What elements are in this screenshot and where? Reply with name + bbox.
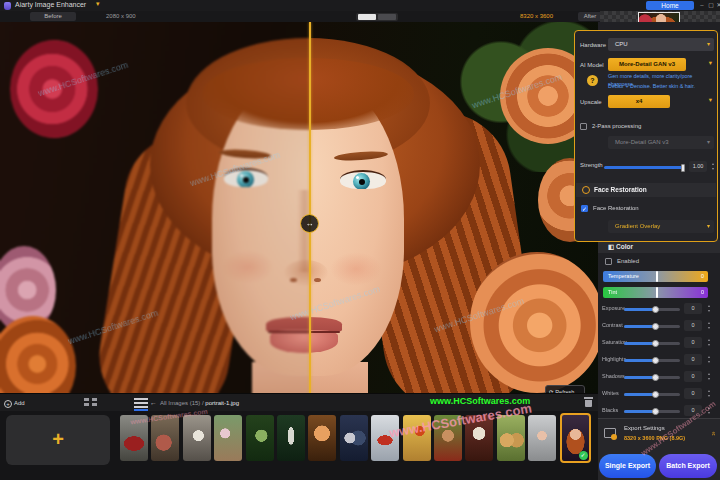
slider-handle[interactable] [652,357,659,364]
slider-track[interactable] [624,359,680,362]
chevron-down-icon: ▾ [707,38,710,51]
home-button[interactable]: Home [646,1,694,10]
chevron-down-icon[interactable]: ▾ [709,59,712,67]
slider-value[interactable]: 0 [684,354,702,365]
before-size: 2080 x 900 [106,12,136,21]
chevron-down-icon: ▾ [707,136,710,149]
help-icon[interactable]: ? [587,75,598,86]
before-label: Before [30,12,76,21]
slider-value[interactable]: 0 [684,303,702,314]
app-logo-icon [4,2,11,10]
thumbnail-6[interactable] [277,415,305,461]
app-window: Aiarty Image Enhancer ▾ Home – ▢ ✕ Befor… [0,0,720,480]
upscale-value-pill[interactable]: x4 [608,95,670,108]
strength-stepper[interactable]: ▴▾ [708,161,718,172]
slider-handle[interactable] [652,408,659,415]
strength-label: Strength [580,162,603,168]
filmstrip: + ✓ www.HCSoftwares.com www.HCSoftwares.… [0,411,598,480]
stepper[interactable]: ▴▾ [704,354,714,365]
face-restoration-checkbox[interactable]: ✓ [581,205,588,212]
thumbnail-7[interactable] [308,415,336,461]
hardware-dropdown[interactable]: CPU▾ [608,38,714,51]
maximize-button[interactable]: ▢ [707,1,715,10]
slider-handle[interactable] [652,340,659,347]
slider-track[interactable] [624,376,680,379]
after-size: 8320 x 3600 [520,12,553,21]
ai-model-label: AI Model [580,62,604,68]
color-enabled-checkbox[interactable] [605,258,612,265]
thumbnail-14[interactable] [528,415,556,461]
slider-row-shadows: Shadows0▴▾ [598,371,720,383]
chevron-down-icon[interactable]: ▾ [96,0,100,8]
collapse-icon[interactable]: » [708,431,717,435]
slider-value[interactable]: 0 [684,320,702,331]
strength-slider[interactable] [604,166,684,169]
plus-icon: + [4,400,12,408]
thumbnail-8[interactable] [340,415,368,461]
portrait-image[interactable]: www.HCSoftwares.com www.HCSoftwares.com … [0,22,598,393]
temperature-handle[interactable] [656,271,658,282]
slider-value[interactable]: 0 [684,388,702,399]
slider-handle[interactable] [652,374,659,381]
two-pass-checkbox[interactable] [580,123,587,130]
stepper[interactable]: ▴▾ [704,303,714,314]
stepper[interactable]: ▴▾ [704,388,714,399]
ai-model-value-pill[interactable]: More-Detail GAN v3 [608,58,686,71]
batch-export-button[interactable]: Batch Export [659,454,717,478]
stepper[interactable]: ▴▾ [704,337,714,348]
slider-handle[interactable] [652,391,659,398]
split-view-segment[interactable] [378,14,396,20]
after-label: After [578,12,602,21]
close-button[interactable]: ✕ [715,1,720,10]
compare-divider[interactable] [309,22,311,393]
gradient-overlay-dropdown[interactable]: Gradient Overlay▾ [608,220,714,233]
slider-track[interactable] [624,325,680,328]
slider-track[interactable] [624,342,680,345]
back-icon[interactable]: ← [150,397,157,409]
stepper[interactable]: ▴▾ [704,320,714,331]
breadcrumb[interactable]: All Images (15) / portrait-1.jpg [160,397,239,409]
slider-row-contrast: Contrast0▴▾ [598,320,720,332]
list-view-icon[interactable] [134,398,148,408]
thumbnail-15[interactable]: ✓ [560,413,591,463]
selected-check-badge: ✓ [579,451,588,460]
thumbnail-13[interactable] [497,415,525,461]
slider-handle[interactable] [652,323,659,330]
delete-button[interactable] [584,397,593,407]
face-restoration-header[interactable]: Face Restoration [576,183,716,197]
strength-value[interactable]: 1.00 [689,161,707,172]
grid-view-icon[interactable] [84,398,98,408]
slider-value[interactable]: 0 [684,371,702,382]
slider-row-whites: Whites0▴▾ [598,388,720,400]
thumbnail-5[interactable] [246,415,274,461]
single-view-segment[interactable] [358,14,376,20]
slider-track[interactable] [624,308,680,311]
slider-handle[interactable] [652,306,659,313]
temperature-slider[interactable]: Temperature 0 [603,271,708,282]
tint-slider[interactable]: Tint 0 [603,287,708,298]
refresh-button[interactable]: ⟳ Refresh [549,386,585,393]
add-image-tile[interactable]: + [6,415,110,465]
split-view-toggle[interactable] [356,13,398,21]
strength-handle[interactable] [681,164,685,172]
minimize-button[interactable]: – [698,1,706,10]
slider-value[interactable]: 0 [684,337,702,348]
slider-track[interactable] [624,393,680,396]
slider-track[interactable] [624,410,680,413]
stepper[interactable]: ▴▾ [704,371,714,382]
color-icon: ◧ [608,243,614,250]
export-settings-title[interactable]: Export Settings [624,425,665,431]
chevron-down-icon[interactable]: ▾ [709,96,712,104]
hardware-label: Hardware [580,42,606,48]
tint-handle[interactable] [656,287,658,298]
export-card: Export Settings 8320 x 3600 PNG (8.9G) »… [598,418,720,480]
compare-divider-handle[interactable]: ↔ [300,214,319,233]
slider-row-exposure: Exposure0▴▾ [598,303,720,315]
single-export-button[interactable]: Single Export [599,454,656,478]
upscale-label: Upscale [580,99,602,105]
add-button[interactable]: +Add [4,397,30,409]
chevron-down-icon: ▾ [707,220,710,233]
thumbnail-3[interactable] [183,415,211,461]
face-restoration-label: Face Restoration [593,205,639,211]
thumbnail-4[interactable] [214,415,242,461]
